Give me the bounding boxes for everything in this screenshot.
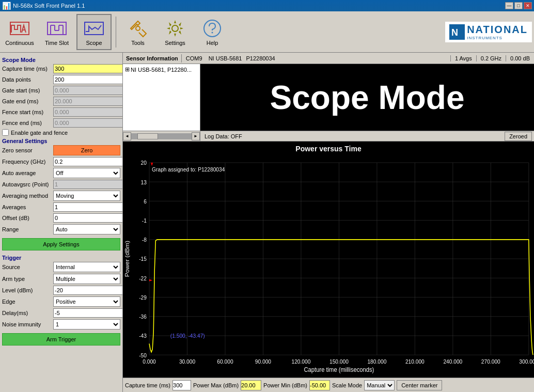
timeslot-icon — [46, 18, 67, 39]
sensor-tree: ⊞ NI USB-5681, P12280... — [123, 64, 200, 131]
svg-text:20: 20 — [141, 160, 147, 166]
fence-end-input[interactable] — [53, 118, 123, 128]
gate-end-input[interactable] — [53, 97, 123, 106]
timeslot-label: Time Slot — [45, 40, 69, 46]
log-data-label: Log Data: OFF — [200, 133, 246, 139]
sensor-tree-item[interactable]: ⊞ NI USB-5681, P12280... — [124, 65, 199, 74]
bottom-power-min-input[interactable] — [309, 380, 330, 390]
timeslot-button[interactable]: Time Slot — [39, 14, 74, 50]
svg-text:0.000: 0.000 — [143, 358, 156, 364]
help-icon — [202, 18, 223, 39]
bottom-power-max-input[interactable] — [241, 380, 261, 390]
svg-text:-1: -1 — [142, 217, 147, 224]
frequency-row: Frequency (GHz) — [2, 157, 120, 166]
app-icon: 📊 — [2, 2, 11, 10]
bottom-capture-input[interactable] — [172, 380, 191, 390]
h-scroll-area[interactable]: ◄ ► — [123, 131, 200, 141]
zeroed-button[interactable]: Zeroed — [505, 132, 532, 141]
arm-trigger-button[interactable]: Arm Trigger — [2, 333, 120, 346]
chart-svg: 20 13 6 -1 -8 -15 -22 -29 -36 -43 -50 0.… — [123, 157, 534, 378]
scroll-right-button[interactable]: ► — [192, 132, 200, 140]
fence-end-row: Fence end (ms) — [2, 118, 120, 128]
sensor-name: NI USB-5681, P12280... — [131, 67, 192, 73]
frequency-input[interactable] — [53, 157, 123, 166]
delay-label: Delay(ms) — [2, 310, 51, 316]
expand-icon: ⊞ — [125, 66, 130, 73]
bottom-scale-mode-select[interactable]: Manual Auto — [364, 380, 395, 390]
enable-gate-checkbox[interactable] — [2, 129, 9, 136]
level-row: Level (dBm) — [2, 286, 120, 295]
data-points-row: Data points — [2, 75, 120, 84]
tools-button[interactable]: Tools — [120, 14, 155, 50]
averaging-method-row: Averaging method Moving Average — [2, 191, 120, 201]
scroll-thumb[interactable] — [137, 133, 158, 139]
fence-end-label: Fence end (ms) — [2, 120, 51, 126]
continuous-label: Continuous — [5, 40, 34, 46]
svg-text:60.000: 60.000 — [217, 358, 233, 364]
averages-row: Averages — [2, 202, 120, 212]
averages-input[interactable] — [53, 202, 123, 212]
product-label: P12280034 — [244, 55, 277, 61]
y-axis-labels: 20 13 6 -1 -8 -15 -22 -29 -36 -43 -50 — [139, 160, 147, 358]
gate-start-row: Gate start (ms) — [2, 86, 120, 95]
data-points-label: Data points — [2, 76, 51, 83]
right-area: Sensor Information COM9 NI USB-5681 P122… — [123, 53, 534, 392]
edge-label: Edge — [2, 299, 51, 305]
fence-start-input[interactable] — [53, 107, 123, 117]
fence-start-row: Fence start (ms) — [2, 107, 120, 117]
enable-gate-label: Enable gate and fence — [11, 130, 68, 136]
offset-label: Offset (dB) — [2, 215, 51, 221]
offset-row: Offset (dB) — [2, 213, 120, 223]
svg-text:-50: -50 — [139, 352, 147, 358]
maximize-button[interactable]: □ — [514, 2, 523, 9]
delay-input[interactable] — [53, 308, 123, 318]
auto-average-row: Auto average Off On — [2, 168, 120, 178]
noise-immunity-select[interactable]: 1 2 3 — [53, 319, 120, 330]
title-bar-left: 📊 NI-568x Soft Front Panel 1.1 — [2, 2, 85, 10]
y-axis-title: Power (dBm) — [124, 241, 131, 277]
frequency-label: Frequency (GHz) — [2, 159, 51, 165]
capture-time-input[interactable] — [53, 64, 123, 73]
minimize-button[interactable]: — — [505, 2, 513, 9]
svg-point-13 — [204, 20, 221, 37]
data-points-input[interactable] — [53, 75, 123, 84]
close-button[interactable]: ✕ — [524, 2, 532, 9]
edge-select[interactable]: Positive Negative — [53, 296, 120, 307]
autoavgsrc-row: Autoavgsrc (Point) — [2, 180, 120, 189]
settings-label: Settings — [165, 40, 185, 46]
scope-button[interactable]: Scope — [76, 14, 112, 50]
settings-button[interactable]: Settings — [158, 14, 193, 50]
trigger-section: Trigger — [2, 255, 120, 261]
toolbar-separator-1 — [116, 17, 116, 48]
scroll-left-button[interactable]: ◄ — [123, 132, 131, 140]
app-title: NI-568x Soft Front Panel 1.1 — [13, 3, 85, 9]
arm-type-select[interactable]: Multiple Single — [53, 274, 120, 284]
svg-point-11 — [136, 26, 140, 30]
range-select[interactable]: Auto Manual — [53, 224, 120, 234]
averaging-method-select[interactable]: Moving Average — [53, 191, 120, 201]
svg-text:-43: -43 — [139, 333, 147, 339]
scroll-track[interactable] — [131, 133, 192, 139]
help-button[interactable]: Help — [195, 14, 230, 50]
svg-text:N: N — [451, 27, 458, 38]
noise-immunity-row: Noise immunity 1 2 3 — [2, 319, 120, 330]
svg-text:-36: -36 — [139, 313, 147, 320]
continuous-button[interactable]: Continuous — [2, 14, 37, 50]
apply-settings-button[interactable]: Apply Settings — [2, 238, 120, 250]
help-label: Help — [207, 40, 218, 46]
autoavgsrc-input[interactable] — [53, 180, 123, 189]
zero-button[interactable]: Zero — [53, 145, 120, 155]
left-panel: Scope Mode Capture time (ms) Data points… — [0, 53, 123, 392]
auto-average-select[interactable]: Off On — [53, 168, 120, 178]
arm-type-label: Arm type — [2, 276, 51, 282]
offset-input[interactable] — [53, 213, 123, 223]
center-marker-button[interactable]: Center marker — [397, 380, 442, 390]
range-row: Range Auto Manual — [2, 224, 120, 234]
usb-label: NI USB-5681 — [207, 55, 244, 61]
tools-label: Tools — [131, 40, 145, 46]
gate-start-input[interactable] — [53, 86, 123, 95]
freq-label: 0.2 GHz — [476, 55, 506, 61]
source-select[interactable]: Internal External — [53, 262, 120, 272]
title-bar: 📊 NI-568x Soft Front Panel 1.1 — □ ✕ — [0, 0, 534, 11]
level-input[interactable] — [53, 286, 123, 295]
